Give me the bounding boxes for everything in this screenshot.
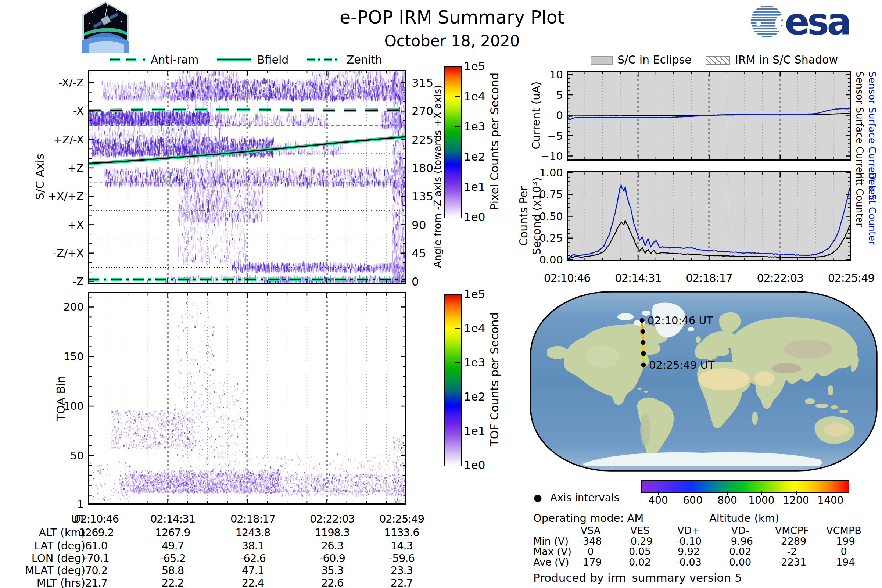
info-table-row-label: ALT (km) — [39, 527, 85, 538]
volt-table-value: -199 — [832, 536, 855, 546]
spectro-ytick-label: +Z/-X — [53, 134, 84, 145]
info-table-value: -62.6 — [240, 553, 266, 564]
colorbar-tick-mark — [455, 187, 460, 188]
volt-table-row-label: Min (V) — [533, 536, 568, 546]
pixel-counts-colorbar-label: Pixel Counts per Second — [488, 72, 501, 210]
counts-ytick-label: 0.25 — [539, 232, 563, 244]
spectro-right-ytick-label: 45 — [412, 248, 426, 260]
track-start-time-label: 02:10:46 UT — [648, 315, 713, 326]
volt-table-value: -9.96 — [727, 536, 753, 546]
altitude-tick-mark — [693, 491, 693, 495]
info-table-value: 02:22:03 — [310, 513, 355, 524]
altitude-tick-label: 1400 — [818, 495, 843, 506]
esa-wordmark: esa — [784, 3, 850, 40]
info-table-value: 21.7 — [85, 578, 108, 588]
counts-ytick-label: 0.75 — [539, 189, 563, 200]
toa-y-axis-title: TOA Bin — [54, 376, 67, 421]
shadow-legend-label: IRM in S/C Shadow — [735, 54, 838, 66]
counts-ytick-label: 0.00 — [539, 254, 563, 266]
axis-interval-dot — [641, 351, 646, 356]
patch-label: CASSIOPE — [93, 46, 118, 50]
spectro-ytick-label: -Z/+X — [53, 248, 84, 259]
current-y-axis-title: Current (uA) — [530, 81, 542, 149]
info-table-row-label: MLAT (deg) — [25, 565, 85, 576]
shadow-legend-swatch — [706, 56, 730, 64]
toa-ytick-label: 50 — [70, 450, 84, 461]
axis-intervals-label: Axis intervals — [550, 492, 619, 503]
antiram-legend-label: Anti-ram — [151, 54, 198, 66]
altitude-colorbar — [641, 480, 849, 493]
info-table-value: 26.3 — [321, 540, 344, 551]
pixel-colorbar-tick-label: 1e1 — [464, 181, 486, 193]
colorbar-tick-mark — [455, 431, 460, 432]
volt-table-value: -2289 — [778, 536, 806, 546]
volt-table-header: VD+ — [677, 525, 700, 536]
current-ytick-label: −10 — [541, 151, 563, 162]
eclipse-legend-label: S/C in Eclipse — [617, 54, 692, 66]
eclipse-legend-swatch — [591, 56, 613, 64]
volt-table-value: -179 — [579, 557, 602, 567]
axis-interval-dot — [641, 340, 646, 345]
pixel-colorbar-tick-label: 1e4 — [464, 90, 486, 102]
counts-ytick-label: 0.50 — [539, 211, 563, 222]
volt-table-header: VES — [630, 525, 650, 536]
counts-y-axis-title-line1: Counts Per — [517, 186, 530, 246]
spectro-ytick-label: -X — [73, 105, 84, 117]
axis-interval-dot — [640, 329, 645, 334]
bfield-legend-sample — [216, 56, 252, 63]
right-time-tick-label: 02:25:49 — [828, 272, 874, 284]
counts-ytick-label: 1.00 — [539, 167, 563, 178]
volt-table-value: 0.02 — [629, 557, 651, 567]
toa-ytick-label: 100 — [64, 400, 84, 412]
volt-table-value: 0 — [587, 546, 594, 557]
info-table-value: 22.6 — [321, 578, 344, 588]
right-time-tick-label: 02:14:31 — [615, 272, 662, 284]
spectro-ytick-label: -Z — [73, 276, 84, 287]
sensor-current-canvas — [567, 70, 851, 160]
info-table-value: 22.4 — [242, 578, 264, 588]
info-table-row-label: LAT (deg) — [34, 540, 85, 551]
pixel-counts-colorbar — [444, 66, 462, 218]
tof-counts-colorbar-label: TOF Counts per Second — [488, 312, 501, 447]
colorbar-tick-mark — [455, 396, 460, 397]
colorbar-tick-mark — [455, 156, 460, 157]
antiram-legend-sample — [110, 56, 146, 63]
track-end-time-label: 02:25:49 UT — [649, 359, 714, 370]
volt-table-value: -0.03 — [676, 557, 702, 567]
info-table-value: 23.3 — [391, 565, 413, 576]
page-title: e-POP IRM Summary Plot — [340, 8, 564, 27]
axis-interval-dot — [640, 318, 645, 323]
right-time-tick-label: 02:10:46 — [544, 272, 591, 284]
volt-table-header: VSA — [580, 525, 601, 536]
info-table-row-label: LON (deg) — [32, 553, 85, 564]
altitude-tick-mark — [658, 491, 659, 495]
volt-table-value: -194 — [832, 557, 855, 567]
tof-colorbar-tick-label: 1e2 — [464, 391, 486, 403]
altitude-tick-mark — [762, 491, 762, 495]
esa-logo: e esa — [748, 3, 854, 40]
pixel-colorbar-tick-label: 1e2 — [464, 151, 486, 163]
current-ytick-label: 5 — [556, 89, 563, 100]
cassiope-mission-patch: CASSIOPE — [82, 2, 129, 53]
info-table-value: -59.6 — [389, 553, 414, 564]
epop-irm-summary-plot: CASSIOPE e-POP IRM Summary Plot October … — [0, 0, 882, 588]
volt-table-header: VD- — [731, 525, 749, 536]
info-table-value: 02:14:31 — [150, 513, 195, 524]
info-table-value: 61.0 — [85, 540, 108, 551]
volt-table-value: -2231 — [778, 557, 806, 567]
info-table-value: 02:25:49 — [379, 513, 424, 524]
info-table-value: 70.2 — [85, 565, 108, 576]
info-table-value: -70.1 — [83, 553, 109, 564]
sc-axis-spectrogram-canvas — [88, 70, 406, 284]
tof-counts-colorbar — [444, 294, 462, 466]
volt-table-header: VMCPF — [775, 525, 809, 536]
spectro-ytick-label: +X/+Z — [48, 191, 84, 202]
toa-ytick-label: 150 — [64, 351, 84, 362]
altitude-tick-label: 800 — [717, 495, 737, 506]
colorbar-tick-mark — [455, 328, 460, 329]
tof-colorbar-tick-label: 1e1 — [464, 425, 486, 437]
altitude-tick-mark — [796, 491, 797, 495]
info-table-value: 58.8 — [162, 565, 184, 576]
info-table-value: 1243.8 — [235, 527, 270, 538]
info-table-value: 35.3 — [321, 565, 344, 576]
